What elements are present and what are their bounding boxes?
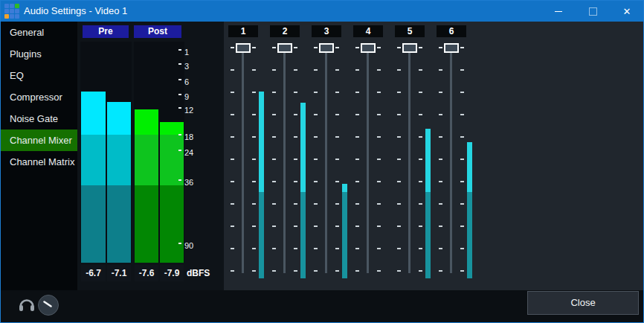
tick-mark <box>178 134 181 135</box>
channel-meter-cover <box>300 42 306 103</box>
pre-left-db-value: -6.7 <box>81 265 106 281</box>
tick-marks <box>355 69 359 272</box>
tick-marks <box>314 69 318 272</box>
channel-level-meter <box>425 42 431 278</box>
db-scale-tick-label: 3 <box>184 62 189 71</box>
sidebar-item-compressor[interactable]: Compressor <box>1 86 77 108</box>
sidebar-item-channel-matrix[interactable]: Channel Matrix <box>1 151 77 173</box>
handle-tick <box>272 47 276 48</box>
sidebar-item-noise-gate[interactable]: Noise Gate <box>1 108 77 129</box>
channel-number: 2 <box>270 25 300 37</box>
settings-sidebar: General Plugins EQ Compressor Noise Gate… <box>1 22 77 323</box>
tick-marks <box>252 69 256 272</box>
channel-meter-cover <box>384 42 389 278</box>
handle-tick <box>460 47 464 48</box>
volume-slider-track[interactable] <box>367 44 369 273</box>
close-button[interactable]: Close <box>527 291 639 315</box>
db-scale-tick-label: 12 <box>184 106 193 115</box>
db-scale-tick-label: 6 <box>184 77 189 87</box>
maximize-button[interactable] <box>576 1 610 22</box>
post-right-db-value: -7.9 <box>160 265 184 281</box>
post-meter <box>134 42 184 263</box>
channel-meter-cover <box>259 42 264 92</box>
volume-slider-handle[interactable] <box>319 43 334 53</box>
handle-tick <box>419 47 422 48</box>
channel-meter-cover <box>342 42 347 184</box>
volume-slider-handle[interactable] <box>277 43 292 53</box>
sidebar-item-plugins[interactable]: Plugins <box>1 43 77 65</box>
tick-mark <box>178 79 181 80</box>
tick-mark <box>178 49 181 51</box>
tick-marks <box>377 69 381 272</box>
handle-tick <box>252 47 256 48</box>
channel-level-meter <box>259 42 264 278</box>
knob-indicator-icon <box>39 295 58 315</box>
pre-meter-left-cover <box>81 42 106 92</box>
close-window-button[interactable]: ✕ <box>610 1 644 22</box>
channel-level-meter <box>467 42 472 278</box>
tick-marks <box>460 69 464 272</box>
channel-meter-cover <box>425 42 431 129</box>
channel-strip-4: 4 <box>347 22 389 284</box>
tick-mark <box>178 150 181 151</box>
tick-mark <box>178 179 181 181</box>
tick-marks <box>335 69 339 272</box>
channel-level-meter <box>300 42 306 278</box>
handle-tick <box>439 47 442 48</box>
tick-marks <box>439 69 442 272</box>
db-scale-tick-label: 18 <box>184 132 193 142</box>
db-scale-tick-label: 9 <box>184 92 189 102</box>
pre-meter-right-cover <box>107 42 131 102</box>
channel-level-meter <box>342 42 347 278</box>
db-scale-tick-label: 24 <box>184 148 193 158</box>
volume-slider-track[interactable] <box>242 44 244 273</box>
tick-marks <box>231 69 234 272</box>
tick-marks <box>419 69 422 272</box>
close-icon: ✕ <box>623 6 631 17</box>
pre-meter-right-bar <box>107 42 131 263</box>
sidebar-item-general[interactable]: General <box>1 22 77 43</box>
db-scale-tick-label: 36 <box>184 178 193 188</box>
maximize-icon <box>589 7 597 16</box>
handle-tick <box>294 47 297 48</box>
tick-mark <box>178 243 181 244</box>
volume-slider-handle[interactable] <box>444 43 459 53</box>
tick-marks <box>272 69 276 272</box>
headphone-monitor-button[interactable] <box>18 297 36 313</box>
headphones-icon <box>18 297 36 313</box>
channel-strip-1: 1 <box>222 22 264 284</box>
volume-slider-handle[interactable] <box>402 43 417 53</box>
channel-strip-3: 3 <box>306 22 347 284</box>
tick-mark <box>178 63 181 65</box>
monitor-volume-knob[interactable] <box>38 295 59 316</box>
sidebar-item-eq[interactable]: EQ <box>1 65 77 86</box>
vmix-logo-icon <box>4 4 19 19</box>
minimize-icon <box>555 11 562 12</box>
volume-slider-track[interactable] <box>283 44 286 273</box>
tick-marks <box>294 69 297 272</box>
post-meter-left-bar <box>135 42 158 263</box>
pre-meter <box>80 42 132 263</box>
volume-slider-track[interactable] <box>408 44 410 273</box>
volume-slider-track[interactable] <box>450 44 452 273</box>
channel-strip-5: 5 <box>389 22 431 284</box>
channel-level-meter <box>384 42 389 278</box>
db-scale-tick-label: 90 <box>184 241 193 251</box>
title-bar[interactable]: Audio Settings - Video 1 ✕ <box>1 1 643 22</box>
channel-number: 4 <box>353 25 383 37</box>
sidebar-item-channel-mixer[interactable]: Channel Mixer <box>1 129 77 151</box>
handle-tick <box>355 47 359 48</box>
handle-tick <box>231 47 234 48</box>
pre-meter-label: Pre <box>83 25 129 38</box>
post-meter-left-cover <box>135 42 158 109</box>
volume-slider-track[interactable] <box>325 44 327 273</box>
window-title: Audio Settings - Video 1 <box>24 1 127 22</box>
channel-strip-2: 2 <box>264 22 306 284</box>
post-left-db-value: -7.6 <box>135 265 158 281</box>
pre-meter-left-bar <box>81 42 106 263</box>
channel-number: 1 <box>228 25 258 37</box>
tick-mark <box>178 94 181 95</box>
volume-slider-handle[interactable] <box>361 43 376 53</box>
minimize-button[interactable] <box>541 1 576 22</box>
volume-slider-handle[interactable] <box>236 43 251 53</box>
